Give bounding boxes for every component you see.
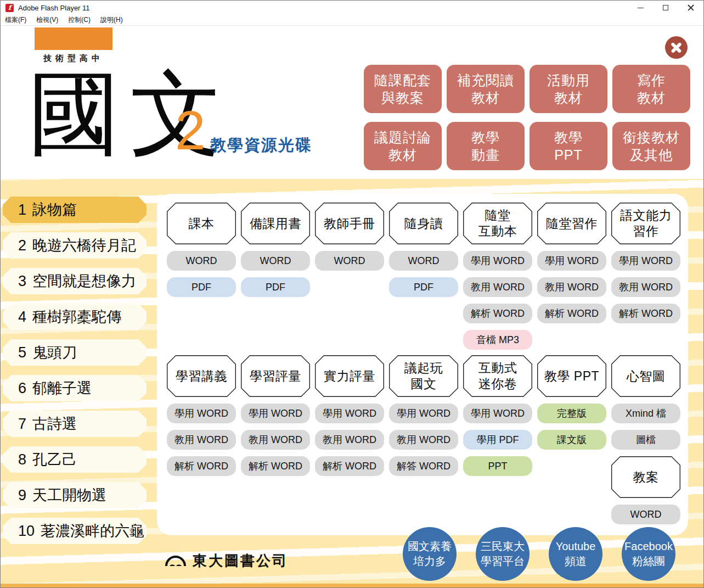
file-pill[interactable]: 圖檔: [611, 430, 680, 450]
top-button-writing[interactable]: 寫作教材: [612, 65, 690, 113]
category-ability-assessment[interactable]: 實力評量: [315, 355, 384, 397]
sidebar-item-lesson-1[interactable]: 1詠物篇: [3, 197, 147, 223]
sidebar-item-lesson-2[interactable]: 2晚遊六橋待月記: [3, 232, 147, 259]
file-pill[interactable]: WORD: [167, 251, 236, 271]
category-textbook[interactable]: 課本: [167, 203, 236, 244]
close-window-button[interactable]: [678, 1, 703, 15]
file-pill[interactable]: 教用 WORD: [315, 430, 384, 450]
window-controls: [628, 1, 703, 15]
column-ability-assessment: 實力評量 學用 WORD 教用 WORD 解析 WORD: [315, 355, 384, 524]
content-body: 1詠物篇 2晚遊六橋待月記 3空間就是想像力 4種樹郭橐駝傳 5鬼頭刀 6郁離子…: [1, 179, 703, 588]
column-fun-chinese: 議起玩國文 學用 WORD 教用 WORD 解答 WORD: [389, 355, 458, 524]
category-workbook[interactable]: 隨堂習作: [537, 203, 606, 244]
maximize-button[interactable]: [653, 1, 678, 15]
close-icon: [688, 4, 694, 11]
link-literacy-platform[interactable]: 國文素養培力多: [403, 527, 457, 581]
sidebar-item-lesson-5[interactable]: 5鬼頭刀: [3, 339, 147, 366]
file-pill[interactable]: 教用 WORD: [537, 277, 606, 297]
file-pill[interactable]: PDF: [389, 277, 458, 297]
category-pocket-reader[interactable]: 隨身讀: [389, 203, 458, 244]
file-pill[interactable]: 課文版: [537, 430, 606, 450]
file-pill[interactable]: 學用 WORD: [167, 404, 236, 423]
category-mindmap[interactable]: 心智圖: [611, 355, 680, 397]
menu-view[interactable]: 檢視(V): [36, 15, 58, 25]
file-pill[interactable]: 學用 WORD: [389, 404, 458, 423]
top-category-buttons: 隨課配套與教案 補充閱讀教材 活動用教材 寫作教材 議題討論教材 教學動畫 教學…: [364, 65, 690, 170]
sidebar-item-lesson-6[interactable]: 6郁離子選: [3, 375, 147, 401]
category-interactive-book[interactable]: 隨堂互動本: [463, 203, 532, 244]
top-button-ppt[interactable]: 教學PPT: [530, 122, 607, 170]
sidebar-item-lesson-7[interactable]: 7古詩選: [3, 411, 147, 437]
category-fun-chinese[interactable]: 議起玩國文: [389, 355, 458, 397]
file-pill[interactable]: 教用 WORD: [241, 430, 310, 450]
category-prep-book[interactable]: 備課用書: [241, 203, 310, 244]
category-teacher-manual[interactable]: 教師手冊: [315, 203, 384, 244]
file-pill[interactable]: WORD: [389, 251, 458, 271]
file-pill[interactable]: 學用 WORD: [315, 404, 384, 423]
page-subtitle: 教學資源光碟: [210, 135, 312, 156]
file-pill[interactable]: 解析 WORD: [537, 304, 606, 323]
publisher-logo: 東大圖書公司: [164, 551, 288, 570]
category-mini-quiz[interactable]: 互動式迷你卷: [463, 355, 532, 397]
category-study-handout[interactable]: 學習講義: [167, 355, 236, 397]
sidebar-item-lesson-4[interactable]: 4種樹郭橐駝傳: [3, 304, 147, 330]
file-pill[interactable]: WORD: [241, 251, 310, 271]
file-pill[interactable]: 教用 WORD: [167, 430, 236, 450]
file-pill[interactable]: 解析 WORD: [241, 456, 310, 476]
menu-control[interactable]: 控制(C): [68, 15, 91, 25]
file-pill[interactable]: 學用 WORD: [241, 404, 310, 423]
link-learning-platform[interactable]: 三民東大學習平台: [476, 527, 530, 581]
file-pill[interactable]: 解析 WORD: [315, 456, 384, 476]
file-pill[interactable]: 教用 WORD: [389, 430, 458, 450]
file-pill[interactable]: 音檔 MP3: [463, 330, 532, 350]
file-pill[interactable]: 學用 WORD: [537, 251, 606, 271]
column-teaching-ppt: 教學 PPT 完整版 課文版: [537, 355, 606, 524]
sidebar-item-lesson-3[interactable]: 3空間就是想像力: [3, 268, 147, 294]
file-pill[interactable]: 完整版: [537, 404, 606, 423]
external-links: 國文素養培力多 三民東大學習平台 Youtube頻道 Facebook粉絲團: [403, 527, 675, 581]
file-pill[interactable]: 解答 WORD: [389, 456, 458, 476]
category-language-workbook[interactable]: 語文能力習作: [611, 203, 680, 244]
file-pill[interactable]: 學用 WORD: [463, 251, 532, 271]
top-button-animation[interactable]: 教學動畫: [447, 122, 525, 170]
minimize-button[interactable]: [628, 1, 653, 15]
file-pill[interactable]: 解析 WORD: [167, 456, 236, 476]
file-pill[interactable]: PPT: [463, 456, 532, 476]
column-language-workbook: 語文能力習作 學用 WORD 教用 WORD 解析 WORD: [611, 203, 680, 350]
column-mindmap: 心智圖 Xmind 檔 圖檔 教案 WORD: [611, 355, 680, 524]
file-pill[interactable]: PDF: [167, 277, 236, 297]
menu-file[interactable]: 檔案(F): [5, 15, 26, 25]
window-title: Adobe Flash Player 11: [18, 4, 90, 12]
file-pill[interactable]: 學用 WORD: [463, 404, 532, 423]
publisher-name: 東大圖書公司: [193, 551, 288, 570]
file-pill[interactable]: Xmind 檔: [611, 404, 680, 423]
file-pill[interactable]: 學用 WORD: [611, 251, 680, 271]
file-pill[interactable]: 教用 WORD: [463, 277, 532, 297]
file-pill[interactable]: 解析 WORD: [611, 304, 680, 323]
link-youtube-channel[interactable]: Youtube頻道: [549, 527, 602, 581]
top-button-bridging[interactable]: 銜接教材及其他: [612, 122, 690, 170]
file-pill[interactable]: 教用 WORD: [611, 277, 680, 297]
menu-bar: 檔案(F) 檢視(V) 控制(C) 說明(H): [1, 15, 703, 26]
file-pill[interactable]: WORD: [611, 505, 680, 524]
top-button-discussion[interactable]: 議題討論教材: [364, 122, 442, 170]
file-pill[interactable]: 學用 PDF: [463, 430, 532, 450]
sidebar-item-lesson-10[interactable]: 10荖濃溪畔的六龜: [3, 518, 147, 544]
app-close-button[interactable]: [665, 36, 688, 59]
category-teaching-ppt[interactable]: 教學 PPT: [537, 355, 606, 397]
sidebar-item-lesson-9[interactable]: 9天工開物選: [3, 482, 147, 508]
column-teacher-manual: 教師手冊 WORD: [315, 203, 384, 350]
category-study-assessment[interactable]: 學習評量: [241, 355, 310, 397]
file-pill[interactable]: PDF: [241, 277, 310, 297]
menu-help[interactable]: 說明(H): [100, 15, 123, 25]
brand-logo: 技術型高中: [35, 27, 112, 64]
category-lesson-plan[interactable]: 教案: [611, 456, 680, 498]
file-pill[interactable]: 解析 WORD: [463, 304, 532, 323]
top-button-activity[interactable]: 活動用教材: [530, 65, 607, 113]
file-pill[interactable]: WORD: [315, 251, 384, 271]
top-button-reading[interactable]: 補充閱讀教材: [447, 65, 525, 113]
link-facebook-page[interactable]: Facebook粉絲團: [622, 527, 675, 581]
sidebar-item-lesson-8[interactable]: 8孔乙己: [3, 446, 147, 473]
top-button-peicourse[interactable]: 隨課配套與教案: [364, 65, 442, 113]
column-textbook: 課本 WORD PDF: [167, 203, 236, 350]
